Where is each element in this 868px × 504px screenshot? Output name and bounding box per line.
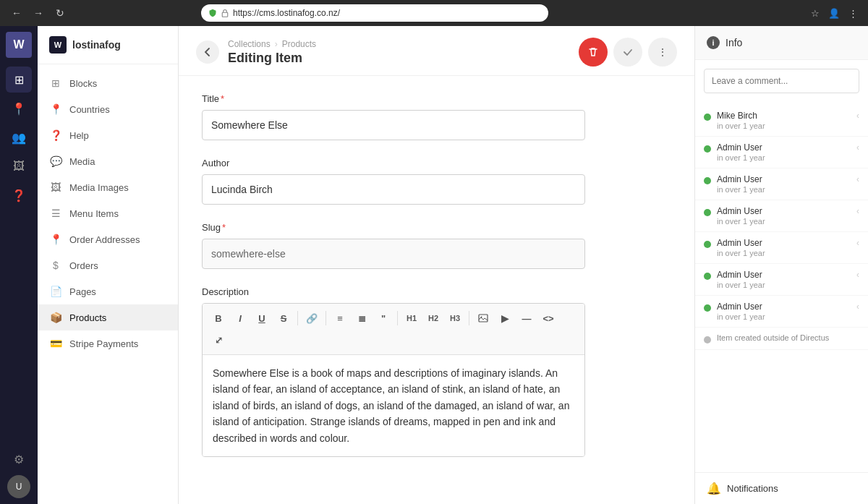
- title-input[interactable]: [202, 110, 585, 140]
- blockquote-button[interactable]: ": [373, 308, 393, 328]
- browser-back-btn[interactable]: ←: [9, 5, 25, 21]
- browser-forward-btn[interactable]: →: [30, 5, 46, 21]
- sidebar-item-label: Media Images: [69, 182, 129, 193]
- sidebar-logo: W: [49, 36, 67, 54]
- user-avatar[interactable]: U: [7, 475, 30, 498]
- activity-info-3: Admin User in over 1 year: [717, 206, 851, 226]
- help-icon: ❓: [49, 129, 62, 142]
- sidebar-item-order-addresses[interactable]: 📍 Order Addresses: [38, 226, 178, 252]
- iconbar-settings[interactable]: ⚙: [6, 446, 32, 472]
- description-text: Somewhere Else is a book of maps and des…: [213, 367, 569, 444]
- unordered-list-button[interactable]: ≡: [330, 308, 350, 328]
- activity-chevron-4[interactable]: ‹: [856, 238, 859, 248]
- sidebar-item-menu-items[interactable]: ☰ Menu Items: [38, 200, 178, 226]
- more-options-button[interactable]: ⋮: [648, 38, 677, 67]
- products-icon: 📦: [49, 311, 62, 324]
- profile-icon[interactable]: 👤: [827, 7, 841, 20]
- app-logo[interactable]: W: [6, 32, 32, 58]
- h2-button[interactable]: H2: [423, 308, 443, 328]
- iconbar-item-2[interactable]: 👥: [6, 124, 32, 150]
- video-button[interactable]: ▶: [495, 308, 515, 328]
- activity-name-3: Admin User: [717, 206, 851, 216]
- browser-chrome: ← → ↻ https://cms.lostinafog.co.nz/ ☆ 👤 …: [0, 0, 868, 26]
- activity-list: Mike Birch in over 1 year ‹ Admin User i…: [695, 102, 868, 472]
- strikethrough-button[interactable]: S: [273, 308, 294, 328]
- hr-button[interactable]: —: [516, 308, 537, 328]
- image-button[interactable]: [473, 308, 493, 328]
- fullscreen-button[interactable]: ⤢: [208, 330, 229, 350]
- activity-name-0: Mike Birch: [717, 111, 851, 121]
- activity-name-6: Admin User: [717, 302, 851, 312]
- activity-chevron-1[interactable]: ‹: [856, 142, 859, 153]
- sidebar-item-label: Pages: [69, 286, 96, 297]
- slug-required: *: [222, 222, 226, 233]
- back-button[interactable]: [196, 40, 219, 64]
- iconbar-item-4[interactable]: ❓: [6, 182, 32, 208]
- underline-button[interactable]: U: [252, 308, 272, 328]
- page-title: Editing Item: [228, 51, 316, 66]
- app-layout: W ⊞ 📍 👥 🖼 ❓ ⚙ U W lostinafog ⊞ Blocks 📍 …: [0, 26, 868, 504]
- code-button[interactable]: <>: [538, 308, 558, 328]
- activity-chevron-5[interactable]: ‹: [856, 270, 859, 280]
- activity-time-5: in over 1 year: [717, 281, 851, 289]
- sidebar-item-products[interactable]: 📦 Products: [38, 304, 178, 330]
- browser-refresh-btn[interactable]: ↻: [52, 5, 68, 21]
- description-label: Description: [202, 286, 671, 297]
- delete-button[interactable]: [579, 38, 608, 67]
- activity-time-2: in over 1 year: [717, 185, 851, 194]
- sidebar-item-blocks[interactable]: ⊞ Blocks: [38, 70, 178, 96]
- bookmark-icon[interactable]: ☆: [809, 7, 822, 20]
- h1-button[interactable]: H1: [401, 308, 422, 328]
- sidebar-item-media-images[interactable]: 🖼 Media Images: [38, 174, 178, 200]
- sidebar-item-stripe-payments[interactable]: 💳 Stripe Payments: [38, 330, 178, 356]
- activity-dot-3: [704, 209, 711, 216]
- iconbar-item-1[interactable]: 📍: [6, 95, 32, 121]
- h3-button[interactable]: H3: [445, 308, 465, 328]
- check-icon: [623, 47, 633, 57]
- orders-icon: $: [49, 259, 62, 272]
- page-header-right: ⋮: [579, 38, 677, 67]
- rich-text-editor: B I U S 🔗 ≡ ≣ " H1 H2 H3: [202, 303, 585, 457]
- activity-chevron-6[interactable]: ‹: [856, 302, 859, 312]
- activity-chevron-0[interactable]: ‹: [856, 111, 859, 121]
- order-addresses-icon: 📍: [49, 233, 62, 246]
- activity-chevron-2[interactable]: ‹: [856, 174, 859, 184]
- sidebar-item-media[interactable]: 💬 Media: [38, 148, 178, 174]
- ordered-list-button[interactable]: ≣: [352, 308, 372, 328]
- title-label: Title*: [202, 93, 671, 104]
- sidebar-item-label: Media: [69, 156, 95, 167]
- activity-time-0: in over 1 year: [717, 121, 851, 130]
- icon-bar: W ⊞ 📍 👥 🖼 ❓ ⚙ U: [0, 26, 38, 504]
- media-images-icon: 🖼: [49, 181, 62, 194]
- activity-info-1: Admin User in over 1 year: [717, 142, 851, 162]
- author-input[interactable]: [202, 174, 585, 205]
- slug-input[interactable]: [202, 239, 585, 269]
- description-editor-body[interactable]: Somewhere Else is a book of maps and des…: [203, 355, 584, 456]
- sidebar-item-pages[interactable]: 📄 Pages: [38, 278, 178, 304]
- author-label: Author: [202, 158, 671, 168]
- sidebar-item-label: Order Addresses: [69, 234, 140, 245]
- menu-items-icon: ☰: [49, 207, 62, 220]
- comment-input[interactable]: [704, 69, 859, 93]
- iconbar-item-3[interactable]: 🖼: [6, 153, 32, 179]
- link-button[interactable]: 🔗: [302, 308, 322, 328]
- sidebar-item-countries[interactable]: 📍 Countries: [38, 96, 178, 122]
- stripe-icon: 💳: [49, 337, 62, 350]
- activity-chevron-3[interactable]: ‹: [856, 206, 859, 216]
- breadcrumb-parent: Collections: [228, 39, 271, 49]
- sidebar-item-help[interactable]: ❓ Help: [38, 122, 178, 148]
- iconbar-item-0[interactable]: ⊞: [6, 67, 32, 93]
- activity-name-5: Admin User: [717, 270, 851, 280]
- bold-button[interactable]: B: [208, 308, 229, 328]
- lock-icon: [221, 9, 229, 17]
- activity-name-4: Admin User: [717, 238, 851, 248]
- activity-dot-4: [704, 241, 711, 248]
- title-field: Title*: [202, 93, 671, 140]
- sidebar-item-orders[interactable]: $ Orders: [38, 252, 178, 278]
- trash-icon: [587, 46, 599, 58]
- check-button[interactable]: [613, 38, 642, 67]
- browser-icons-right: ☆ 👤 ⋮: [809, 7, 859, 20]
- menu-icon[interactable]: ⋮: [846, 7, 859, 20]
- activity-dot-0: [704, 114, 711, 121]
- italic-button[interactable]: I: [230, 308, 250, 328]
